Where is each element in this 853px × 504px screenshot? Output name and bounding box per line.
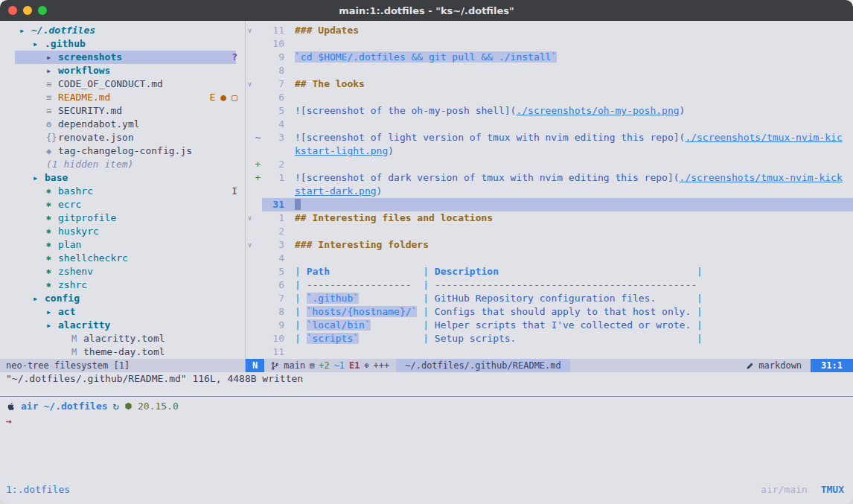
editor-line[interactable]: 31: [246, 198, 853, 211]
tree-item-dependabot.yml[interactable]: ⚙dependabot.yml: [0, 118, 245, 131]
tree-item-alacritty[interactable]: ▸alacritty: [0, 319, 245, 332]
editor-line[interactable]: 6| ------------------ | ----------------…: [246, 278, 853, 292]
text-segment: [412, 279, 424, 290]
editor-line[interactable]: 6: [246, 91, 853, 104]
editor-line[interactable]: kstart-light.png): [246, 144, 853, 158]
tree-item-label: CODE_OF_CONDUCT.md: [58, 77, 163, 91]
fold-open-icon[interactable]: ∨: [246, 238, 254, 252]
prompt-path: ~/.dotfiles: [43, 401, 107, 412]
tree-item-plan[interactable]: ✱plan: [0, 238, 245, 252]
tree-item-badges: E●▢: [210, 91, 237, 104]
tree-item-label: renovate.json: [58, 131, 134, 144]
line-number: 5: [262, 265, 284, 278]
line-text: [295, 64, 853, 77]
tree-item-label: dependabot.yml: [58, 118, 140, 131]
editor-line[interactable]: 8: [246, 64, 853, 77]
editor-line[interactable]: 5| Path | Description |: [246, 265, 853, 278]
tree-item-gitprofile[interactable]: ✱gitprofile: [0, 211, 245, 225]
tree-item-huskyrc[interactable]: ✱huskyrc: [0, 225, 245, 238]
fold-column: [246, 265, 254, 278]
titlebar: main:1:.dotfiles - "ks~/.dotfiles": [0, 0, 853, 21]
fold-open-icon[interactable]: ∨: [246, 24, 254, 37]
editor-line[interactable]: 10: [246, 37, 853, 51]
line-text: ## Interesting files and locations: [295, 211, 853, 225]
sign-column: [254, 24, 262, 37]
tree-item-theme-day.toml[interactable]: Mtheme-day.toml: [0, 345, 245, 359]
fold-open-icon[interactable]: ∨: [246, 211, 254, 225]
editor-line[interactable]: 5![screenshot of the oh-my-posh shell](.…: [246, 104, 853, 118]
git-branch-icon: [271, 362, 279, 370]
editor-line[interactable]: +2: [246, 158, 853, 171]
editor-line[interactable]: ∨3### Interesting folders: [246, 238, 853, 252]
tree-item-readme.md[interactable]: ≡README.mdE●▢: [0, 91, 245, 104]
line-text: [295, 345, 853, 359]
editor-line[interactable]: 9| `local/bin` | Helper scripts that I'v…: [246, 319, 853, 332]
tree-item-workflows[interactable]: ▸workflows: [0, 64, 245, 77]
editor-line[interactable]: 4: [246, 252, 853, 265]
shell-file-icon: ✱: [46, 198, 58, 211]
close-button[interactable]: [8, 6, 17, 15]
text-segment: ## Interesting files and locations: [295, 212, 493, 223]
editor-line[interactable]: 9`cd $HOME/.dotfiles && git pull && ./in…: [246, 51, 853, 64]
text-segment: ------------------: [307, 279, 412, 290]
editor-line[interactable]: ∨11### Updates: [246, 24, 853, 37]
tree-item-zshenv[interactable]: ✱zshenv: [0, 265, 245, 278]
tree-item-code-of-conduct.md[interactable]: ≡CODE_OF_CONDUCT.md: [0, 77, 245, 91]
tree-item-config[interactable]: ▸config: [0, 292, 245, 305]
tree-item-tag-changelog-config.js[interactable]: ◈tag-changelog-config.js: [0, 144, 245, 158]
editor-line[interactable]: start-dark.png): [246, 185, 853, 198]
editor-line[interactable]: +1![screenshot of dark version of tmux w…: [246, 171, 853, 185]
toml-file-icon: M: [71, 345, 83, 359]
text-segment: |: [423, 279, 435, 290]
sign-column: [254, 292, 262, 305]
tree-item-renovate.json[interactable]: {}renovate.json: [0, 131, 245, 144]
folder-arrow-icon: ▸: [33, 37, 45, 51]
text-segment: [499, 266, 697, 277]
editor-line[interactable]: 8| `hosts/{hostname}/` | Configs that sh…: [246, 305, 853, 319]
line-text: ![screenshot of the oh-my-posh shell](./…: [295, 104, 853, 118]
text-segment: |: [295, 293, 307, 304]
tree-item-1-hidden-item[interactable]: (1 hidden item): [0, 158, 245, 171]
tree-item-label: base: [45, 171, 68, 185]
zoom-button[interactable]: [38, 6, 47, 15]
sign-column: [254, 118, 262, 131]
tree-item-label: tag-changelog-config.js: [58, 144, 192, 158]
tree-item-label: README.md: [58, 91, 110, 104]
tree-item-security.md[interactable]: ≡SECURITY.md: [0, 104, 245, 118]
tree-item-.github[interactable]: ▸.github: [0, 37, 245, 51]
tree-item-label: zshrc: [58, 278, 87, 292]
shell-prompt[interactable]: air ~/.dotfiles ↻ 20.15.0: [0, 397, 853, 415]
editor-line[interactable]: ∨7## The looks: [246, 77, 853, 91]
tree-item-shellcheckrc[interactable]: ✱shellcheckrc: [0, 252, 245, 265]
tmux-window-item[interactable]: 1:.dotfiles: [6, 484, 70, 495]
editor-line[interactable]: 10| `scripts` | Setup scripts. |: [246, 332, 853, 345]
tree-item-screenshots[interactable]: ▸screenshots?: [0, 51, 245, 64]
line-number: 8: [262, 64, 284, 77]
tree-item-badges: I: [231, 185, 237, 198]
line-number: 10: [262, 37, 284, 51]
fold-open-icon[interactable]: ∨: [246, 77, 254, 91]
fold-column: [246, 198, 254, 211]
folder-arrow-icon: ▸: [33, 292, 45, 305]
tree-item-label: theme-day.toml: [83, 345, 165, 359]
tree-item-act[interactable]: ▸act: [0, 305, 245, 319]
editor-line[interactable]: 7| `.github` | GitHub Repository configu…: [246, 292, 853, 305]
editor-line[interactable]: 11: [246, 345, 853, 359]
minimize-button[interactable]: [23, 6, 32, 15]
editor-line[interactable]: ~3![screenshot of light version of tmux …: [246, 131, 853, 144]
tree-item-zshrc[interactable]: ✱zshrc: [0, 278, 245, 292]
tree-item-badges: ?: [231, 51, 237, 64]
tree-item-.dotfiles[interactable]: ▸~/.dotfiles: [0, 24, 245, 37]
tree-item-bashrc[interactable]: ✱bashrcI: [0, 185, 245, 198]
editor-line[interactable]: 4: [246, 118, 853, 131]
tree-item-alacritty.toml[interactable]: Malacritty.toml: [0, 332, 245, 345]
tree-item-base[interactable]: ▸base: [0, 171, 245, 185]
editor-line[interactable]: ∨1## Interesting files and locations: [246, 211, 853, 225]
line-number: 6: [262, 278, 284, 292]
tree-item-ecrc[interactable]: ✱ecrc: [0, 198, 245, 211]
fold-column: [246, 51, 254, 64]
editor-line[interactable]: 2: [246, 225, 853, 238]
fold-column: [246, 37, 254, 51]
line-number: 6: [262, 91, 284, 104]
prompt-arrow[interactable]: →: [0, 415, 853, 428]
